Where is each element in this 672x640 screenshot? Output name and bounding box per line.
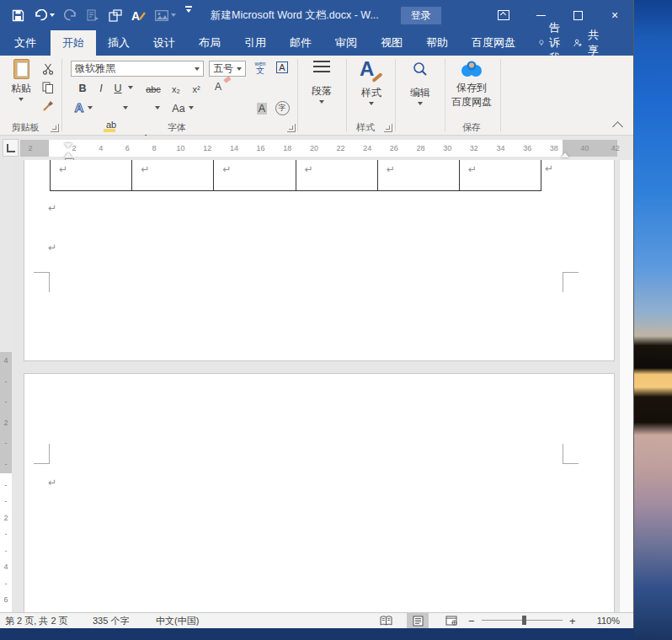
ruler-number: 8: [146, 140, 163, 157]
save-to-baidu-button[interactable]: 保存到 百度网盘: [448, 59, 495, 109]
zoom-out-button[interactable]: −: [468, 615, 475, 627]
table-cell[interactable]: ↵: [459, 160, 541, 190]
ribbon-tab[interactable]: 邮件: [278, 30, 323, 56]
zoom-slider-thumb[interactable]: [522, 616, 526, 625]
ruler-number: 4: [3, 563, 8, 571]
cut-button[interactable]: [39, 61, 57, 77]
editing-group-button[interactable]: 编辑: [399, 61, 441, 105]
clipboard-dialog-launcher-icon[interactable]: [51, 124, 59, 132]
collapse-ribbon-icon[interactable]: [612, 121, 623, 132]
login-button[interactable]: 登录: [401, 7, 441, 24]
vertical-scrollbar[interactable]: [619, 160, 633, 612]
ruler-row: 2 2468101214161820222426283032343638 404…: [0, 136, 633, 160]
ribbon-tab[interactable]: 文件: [0, 30, 51, 56]
underline-button[interactable]: U: [113, 79, 123, 94]
zoom-slider[interactable]: [482, 620, 563, 621]
paragraph-label: 段落: [312, 84, 332, 99]
phonetic-guide-button[interactable]: wén文: [251, 59, 269, 76]
first-line-indent-marker[interactable]: [64, 143, 72, 148]
zoom-level[interactable]: 110%: [583, 615, 620, 627]
italic-button[interactable]: I: [96, 79, 106, 94]
font-size-combobox[interactable]: 五号: [209, 61, 246, 77]
ribbon-tab[interactable]: 引用: [232, 30, 278, 56]
ruler-number: 42: [607, 140, 624, 157]
clear-formatting-button[interactable]: A: [212, 77, 224, 93]
customize-qat-icon[interactable]: [185, 6, 192, 24]
underline-dropdown-icon[interactable]: [128, 86, 133, 89]
share-button[interactable]: 共享: [573, 30, 603, 56]
clipboard-group-label: 剪贴板: [2, 121, 49, 134]
ribbon-tab[interactable]: 布局: [187, 30, 232, 56]
paste-button[interactable]: 粘贴: [5, 59, 37, 101]
document-table[interactable]: ↵↵↵↵↵↵: [50, 160, 541, 191]
close-button[interactable]: ×: [596, 0, 633, 30]
ribbon-tab[interactable]: 设计: [141, 30, 187, 56]
page-1[interactable]: ↵↵↵↵↵↵ ↵ ↵ ↵: [24, 160, 615, 361]
format-painter-button[interactable]: [39, 98, 57, 115]
ruler-number: -: [5, 398, 8, 406]
ruler-number: -: [5, 482, 8, 489]
new-window-icon[interactable]: [109, 6, 122, 24]
ruler-number: -: [5, 580, 8, 588]
font-group-label: 字体: [126, 121, 227, 134]
table-cell[interactable]: ↵: [296, 160, 377, 190]
ribbon-tab[interactable]: 帮助: [414, 30, 460, 56]
ruler-number: 30: [439, 140, 456, 157]
strikethrough-button[interactable]: abc: [143, 79, 163, 94]
character-border-button[interactable]: A: [273, 59, 291, 76]
font-name-combobox[interactable]: 微软雅黑: [71, 61, 204, 77]
change-case-dropdown-icon[interactable]: [189, 106, 194, 109]
styles-dialog-launcher-icon[interactable]: [384, 124, 392, 132]
ribbon-tab[interactable]: 审阅: [323, 30, 369, 56]
ribbon-tab[interactable]: 插入: [96, 30, 141, 56]
read-mode-button[interactable]: [375, 613, 397, 628]
ribbon-tab[interactable]: 开始: [51, 30, 96, 56]
page-2[interactable]: ↵: [24, 373, 615, 612]
title-bar: A 新建Microsoft Word 文档.docx - W... 登录 ×: [0, 0, 633, 30]
undo-dropdown-icon[interactable]: [50, 13, 55, 17]
hanging-indent-marker[interactable]: [64, 152, 72, 157]
web-layout-icon: [445, 616, 457, 626]
word-count[interactable]: 335 个字: [93, 615, 129, 627]
table-cell[interactable]: ↵: [131, 160, 213, 190]
ribbon-tab[interactable]: 视图: [369, 30, 414, 56]
table-cell[interactable]: ↵: [50, 160, 131, 190]
tell-me-box[interactable]: 告诉我: [531, 30, 573, 56]
font-color-dropdown-icon[interactable]: [155, 106, 160, 109]
text-effects-button[interactable]: A: [72, 99, 86, 115]
styles-button[interactable]: A 样式: [350, 59, 392, 105]
language-indicator[interactable]: 中文(中国): [156, 615, 199, 627]
save-icon[interactable]: [12, 6, 24, 24]
enclose-characters-button[interactable]: 字: [273, 99, 291, 116]
zoom-in-button[interactable]: +: [569, 615, 576, 627]
tab-selector-button[interactable]: [3, 139, 19, 157]
character-shading-button[interactable]: A: [254, 99, 269, 115]
ruler-number: -: [5, 547, 8, 555]
page-indicator[interactable]: 第 2 页, 共 2 页: [5, 615, 68, 627]
format-painter-brush-icon: [42, 100, 54, 112]
ribbon-tab[interactable]: 百度网盘: [460, 30, 527, 56]
table-cell[interactable]: ↵: [377, 160, 459, 190]
web-layout-button[interactable]: [440, 613, 462, 628]
ribbon-display-options-button[interactable]: [485, 0, 522, 30]
font-dialog-launcher-icon[interactable]: [287, 124, 296, 132]
table-cell[interactable]: ↵: [213, 160, 295, 190]
right-indent-marker[interactable]: [561, 152, 569, 157]
vertical-ruler: 4--2-- --2--4-6: [0, 160, 12, 612]
font-format-icon[interactable]: A: [131, 6, 146, 24]
baidu-save-label-line1: 保存到: [456, 81, 487, 95]
change-case-button[interactable]: Aa: [170, 99, 187, 115]
bold-button[interactable]: B: [76, 79, 89, 94]
highlight-button[interactable]: ab: [104, 115, 118, 130]
highlight-dropdown-icon[interactable]: [123, 106, 128, 109]
paragraph-mark: ↵: [141, 164, 149, 174]
print-layout-button[interactable]: [407, 613, 429, 628]
print-layout-icon: [413, 616, 424, 627]
text-boundary-mark: [563, 272, 579, 292]
superscript-button[interactable]: x²: [189, 79, 204, 94]
subscript-button[interactable]: x₂: [168, 79, 184, 94]
undo-button[interactable]: [34, 6, 55, 24]
copy-button[interactable]: [39, 79, 57, 96]
text-effects-dropdown-icon[interactable]: [88, 106, 93, 109]
paragraph-group-button[interactable]: 段落: [301, 61, 342, 104]
